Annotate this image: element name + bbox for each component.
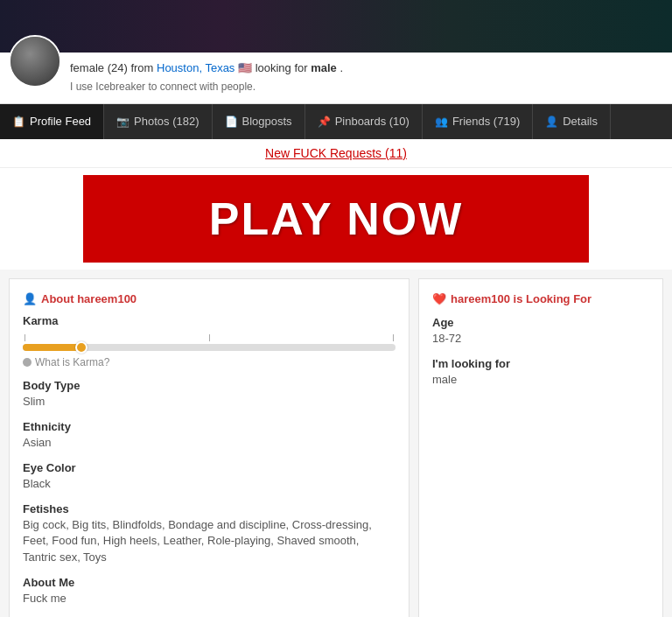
profile-gender-age: female (24): [70, 61, 128, 74]
about-title-text: About hareem100: [41, 292, 136, 305]
profile-from: from: [130, 61, 157, 74]
friends-icon: 👥: [435, 116, 448, 128]
flag-icon: 🇺🇸: [238, 61, 256, 74]
karma-bar-fill: [23, 344, 79, 351]
karma-bar-bg: [23, 344, 396, 351]
looking-for-value: male: [311, 61, 337, 74]
eye-color-value: Black: [23, 476, 396, 492]
tab-friends[interactable]: 👥 Friends (719): [423, 104, 533, 139]
profile-sections: 👤 About hareem100 Karma What is Karma?: [0, 270, 672, 617]
looking-for-title-text: hareem100 is Looking For: [451, 292, 592, 305]
karma-label: Karma: [23, 314, 396, 327]
avatar: [9, 35, 61, 88]
karma-tick-1: [24, 334, 25, 341]
about-icon: 👤: [23, 292, 37, 305]
tab-details[interactable]: 👤 Details: [533, 104, 611, 139]
fuck-requests-link[interactable]: New FUCK Requests (11): [265, 146, 407, 160]
karma-tick-2: [209, 334, 210, 341]
info-dot-icon: [23, 358, 32, 367]
profile-location-link[interactable]: Houston, Texas: [157, 61, 234, 74]
looking-label: I'm looking for: [432, 357, 649, 370]
age-label: Age: [432, 316, 649, 329]
age-value: 18-72: [432, 331, 649, 347]
tab-photos[interactable]: 📷 Photos (182): [104, 104, 212, 139]
notification-bar: New FUCK Requests (11): [0, 139, 672, 168]
tab-friends-label: Friends (719): [452, 115, 520, 128]
about-section-title: 👤 About hareem100: [23, 292, 396, 305]
tab-pinboards-label: Pinboards (10): [335, 115, 410, 128]
about-me-label: About Me: [23, 576, 396, 589]
nav-tabs: 📋 Profile Feed 📷 Photos (182) 📄 Blogpost…: [0, 104, 672, 139]
profile-tagline: I use Icebreaker to connect with people.: [70, 81, 256, 93]
looking-value: male: [432, 372, 649, 388]
karma-track: [23, 334, 396, 351]
profile-info-bar: female (24) from Houston, Texas 🇺🇸 looki…: [0, 53, 672, 104]
about-section: 👤 About hareem100 Karma What is Karma?: [9, 278, 410, 617]
header-background: [0, 0, 672, 53]
tab-profile-feed-label: Profile Feed: [30, 115, 91, 128]
looking-for-title: ❤️ hareem100 is Looking For: [432, 292, 649, 305]
tab-photos-label: Photos (182): [134, 115, 199, 128]
profile-feed-icon: 📋: [12, 116, 25, 128]
content-area: New FUCK Requests (11) PLAY NOW 👤 About …: [0, 139, 672, 617]
tab-details-label: Details: [563, 115, 598, 128]
eye-color-label: Eye Color: [23, 461, 396, 474]
profile-text: female (24) from Houston, Texas 🇺🇸 looki…: [70, 60, 663, 96]
play-now-banner[interactable]: PLAY NOW: [83, 175, 589, 263]
what-is-karma-text: What is Karma?: [35, 356, 109, 368]
pinboards-icon: 📌: [318, 116, 331, 128]
karma-tick-3: [393, 334, 394, 341]
ethnicity-label: Ethnicity: [23, 420, 396, 433]
body-type-value: Slim: [23, 394, 396, 410]
tab-blogposts-label: Blogposts: [242, 115, 292, 128]
karma-ticks: [23, 334, 396, 341]
details-icon: 👤: [545, 116, 558, 128]
tab-pinboards[interactable]: 📌 Pinboards (10): [305, 104, 423, 139]
fetishes-value: Big cock, Big tits, Blindfolds, Bondage …: [23, 517, 396, 565]
tab-profile-feed[interactable]: 📋 Profile Feed: [0, 104, 104, 139]
body-type-label: Body Type: [23, 379, 396, 392]
blogposts-icon: 📄: [225, 116, 238, 128]
play-now-text: PLAY NOW: [209, 193, 464, 244]
tab-blogposts[interactable]: 📄 Blogposts: [213, 104, 305, 139]
what-is-karma[interactable]: What is Karma?: [23, 356, 396, 368]
period: .: [340, 61, 343, 74]
ethnicity-value: Asian: [23, 435, 396, 451]
karma-slider-dot: [75, 341, 88, 354]
heart-icon: ❤️: [432, 292, 446, 305]
looking-for-label: looking for: [256, 61, 312, 74]
about-me-value: Fuck me: [23, 591, 396, 606]
fetishes-label: Fetishes: [23, 502, 396, 515]
photos-icon: 📷: [116, 116, 130, 128]
looking-for-section: ❤️ hareem100 is Looking For Age 18-72 I'…: [418, 278, 663, 617]
